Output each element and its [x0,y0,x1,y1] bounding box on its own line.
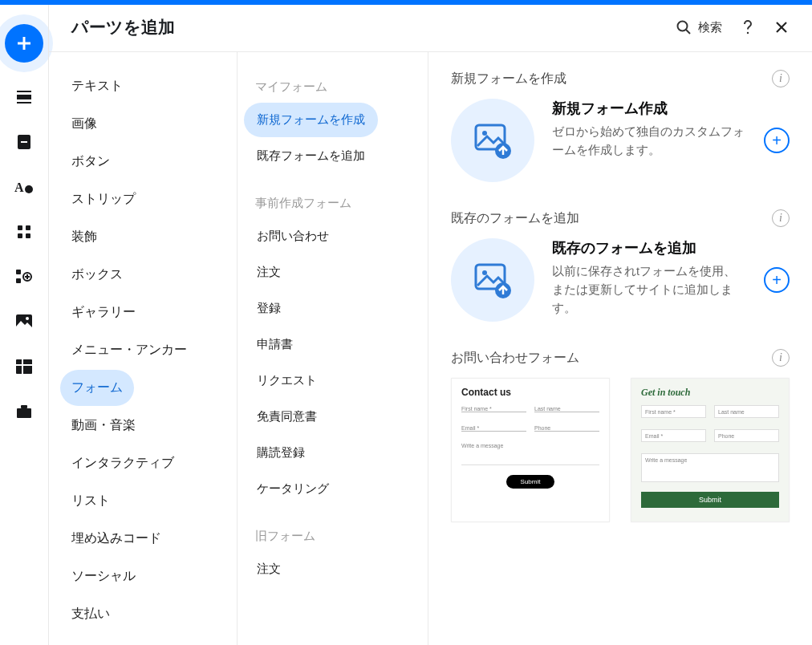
cat-interactive[interactable]: インタラクティブ [60,445,185,481]
header-actions: 検索 [676,19,790,35]
section-existing-form: 既存のフォームを追加 i [451,209,790,322]
search-icon [676,19,692,35]
svg-rect-12 [16,270,21,274]
preview-heading: Get in touch [641,387,779,399]
preview-submit: Submit [641,492,779,508]
svg-rect-23 [21,405,27,408]
svg-rect-9 [26,225,30,230]
sub-subscribe[interactable]: 購読登録 [244,436,318,470]
svg-rect-5 [21,141,27,143]
cat-social[interactable]: ソーシャル [60,558,147,594]
section-contact-form: お問い合わせフォーム i Contact us First name *Last… [451,349,790,522]
svg-point-18 [26,317,29,320]
cat-video[interactable]: 動画・音楽 [60,408,147,444]
section-icon[interactable] [14,87,35,108]
manage-icon[interactable] [14,266,35,287]
svg-rect-13 [16,278,21,283]
card-title-existing: 既存のフォームを追加 [552,238,746,258]
business-icon[interactable] [14,401,35,422]
preview-field: Write a message [461,443,599,465]
add-panel: パーツを追加 検索 テキスト 画像 ボタン ストリップ [48,0,812,645]
help-icon [743,20,753,34]
svg-rect-22 [17,408,31,418]
close-button[interactable] [773,19,790,35]
sub-register[interactable]: 登録 [244,291,294,326]
sub-catering[interactable]: ケータリング [244,472,342,506]
info-button-contact[interactable]: i [772,349,790,367]
preview-field: Write a message [641,453,779,482]
sub-create-new[interactable]: 新規フォームを作成 [244,103,378,137]
apps-icon[interactable] [14,221,35,242]
svg-rect-19 [16,359,32,374]
cat-embed[interactable]: 埋め込みコード [60,521,173,557]
cat-image[interactable]: 画像 [60,106,108,142]
sub-old-order[interactable]: 注文 [244,552,294,586]
card-title-new: 新規フォーム作成 [552,99,746,118]
sub-request[interactable]: リクエスト [244,363,330,398]
content-column: 新規フォームを作成 i [428,52,812,645]
add-button[interactable] [5,24,43,63]
preview-field: Phone [534,424,599,432]
search-label: 検索 [698,20,722,35]
table-icon[interactable] [14,356,35,377]
preview-field: First name * [461,404,526,412]
svg-rect-3 [17,91,31,92]
help-button[interactable] [740,19,756,35]
cat-box[interactable]: ボックス [60,257,134,293]
subhead-myforms: マイフォーム [244,73,421,101]
cat-payment[interactable]: 支払い [60,596,121,632]
svg-rect-4 [17,102,31,103]
existing-form-thumb[interactable] [451,238,534,322]
section-title-existing: 既存のフォームを追加 [451,210,579,227]
icon-sidebar: A [0,0,48,645]
new-form-thumb[interactable] [451,99,534,182]
add-new-form-button[interactable]: + [764,128,790,153]
top-accent-bar [0,0,812,5]
add-existing-form-button[interactable]: + [764,267,790,293]
preview-heading: Contact us [461,387,599,398]
image-upload-icon [471,119,514,162]
preview-submit: Submit [506,475,554,489]
media-icon[interactable] [14,311,35,332]
svg-rect-15 [26,274,28,279]
cat-decorative[interactable]: 装飾 [60,219,108,255]
sub-contact[interactable]: お問い合わせ [244,219,342,254]
cat-menu[interactable]: メニュー・アンカー [60,332,198,368]
sub-add-existing[interactable]: 既存フォームを追加 [244,139,378,173]
svg-rect-1 [18,43,30,45]
page-icon[interactable] [14,132,35,152]
cat-list[interactable]: リスト [60,483,121,519]
section-title-new: 新規フォームを作成 [451,71,566,87]
image-upload-icon [471,258,514,302]
form-preview-contact-us[interactable]: Contact us First name *Last name Email *… [451,378,610,522]
form-preview-get-in-touch[interactable]: Get in touch First name *Last name Email… [631,378,790,522]
svg-point-24 [678,22,688,31]
sub-waiver[interactable]: 免責同意書 [244,400,330,434]
sub-application[interactable]: 申請書 [244,327,306,362]
card-desc-new: ゼロから始めて独自のカスタムフォームを作成します。 [552,123,746,160]
cat-gallery[interactable]: ギャラリー [60,294,147,331]
info-button-new[interactable]: i [772,70,790,87]
cat-form[interactable]: フォーム [60,370,134,406]
category-list: テキスト 画像 ボタン ストリップ 装飾 ボックス ギャラリー メニュー・アンカ… [49,52,238,645]
cat-button[interactable]: ボタン [60,144,121,180]
cat-text[interactable]: テキスト [60,68,134,104]
cat-strip[interactable]: ストリップ [60,181,147,217]
section-new-form: 新規フォームを作成 i [451,70,790,182]
design-icon[interactable]: A [14,176,35,197]
subcategory-list: マイフォーム 新規フォームを作成 既存フォームを追加 事前作成フォーム お問い合… [238,52,428,645]
panel-title: パーツを追加 [71,16,175,39]
preview-field: Phone [714,429,779,442]
svg-point-26 [747,32,749,34]
svg-point-33 [482,270,487,275]
info-button-existing[interactable]: i [772,209,790,227]
subhead-premade: 事前作成フォーム [244,189,421,217]
svg-rect-8 [18,225,22,230]
card-desc-existing: 以前に保存されtフォームを使用、または更新してサイトに追加します。 [552,262,746,318]
sub-order[interactable]: 注文 [244,255,294,290]
search-button[interactable]: 検索 [676,19,722,35]
subhead-old: 旧フォーム [244,522,421,550]
preview-field: First name * [641,405,706,418]
svg-point-30 [482,131,487,136]
svg-rect-10 [18,233,22,238]
